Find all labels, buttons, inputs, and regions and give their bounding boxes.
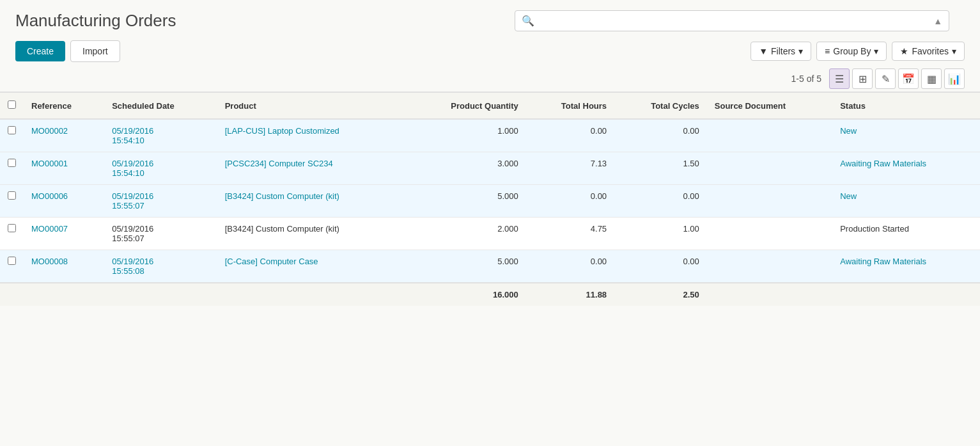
group-by-label: Group By bbox=[833, 46, 871, 56]
cell-status: Awaiting Raw Materials bbox=[832, 152, 980, 185]
table-container: Reference Scheduled Date Product Product… bbox=[0, 92, 980, 306]
cell-total-cycles: 0.00 bbox=[614, 119, 707, 152]
cell-product: [B3424] Custom Computer (kit) bbox=[217, 218, 406, 250]
row-checkbox-cell[interactable] bbox=[0, 250, 24, 283]
table-header-row: Reference Scheduled Date Product Product… bbox=[0, 93, 980, 119]
groupby-dropdown-icon: ▾ bbox=[874, 46, 878, 56]
row-checkbox-cell[interactable] bbox=[0, 119, 24, 152]
cell-product-quantity: 5.000 bbox=[406, 250, 526, 283]
cell-product-quantity: 1.000 bbox=[406, 119, 526, 152]
favorites-dropdown-icon: ▾ bbox=[952, 46, 956, 56]
cell-total-hours: 4.75 bbox=[526, 218, 614, 250]
groupby-icon: ≡ bbox=[825, 46, 830, 56]
cell-scheduled-date: 05/19/2016 15:55:08 bbox=[104, 250, 217, 283]
cell-product-quantity: 5.000 bbox=[406, 185, 526, 218]
search-dropdown-icon[interactable]: ▲ bbox=[933, 16, 942, 26]
row-checkbox-cell[interactable] bbox=[0, 185, 24, 218]
table-row: MO0000605/19/2016 15:55:07[B3424] Custom… bbox=[0, 185, 980, 218]
cell-product-quantity: 2.000 bbox=[406, 218, 526, 250]
row-checkbox[interactable] bbox=[8, 126, 16, 134]
pagination-info: 1-5 of 5 bbox=[791, 74, 821, 84]
filters-dropdown-icon: ▾ bbox=[798, 46, 803, 56]
cell-product: [PCSC234] Computer SC234 bbox=[217, 152, 406, 185]
page-title: Manufacturing Orders bbox=[15, 11, 176, 31]
star-icon: ★ bbox=[900, 46, 908, 56]
favorites-button[interactable]: ★ Favorites ▾ bbox=[892, 42, 965, 61]
total-hours: 11.88 bbox=[526, 283, 614, 306]
cell-reference[interactable]: MO00001 bbox=[24, 152, 104, 185]
cell-product: [C-Case] Computer Case bbox=[217, 250, 406, 283]
totals-status bbox=[832, 283, 980, 306]
cell-total-cycles: 0.00 bbox=[614, 250, 707, 283]
col-total-cycles[interactable]: Total Cycles bbox=[614, 93, 707, 119]
cell-reference[interactable]: MO00007 bbox=[24, 218, 104, 250]
totals-label bbox=[0, 283, 406, 306]
cell-status: Production Started bbox=[832, 218, 980, 250]
graph-view-button[interactable]: 📊 bbox=[944, 68, 965, 89]
cell-source-document bbox=[707, 218, 832, 250]
pivot-view-button[interactable]: ▦ bbox=[921, 68, 942, 89]
cell-scheduled-date: 05/19/2016 15:54:10 bbox=[104, 152, 217, 185]
row-checkbox[interactable] bbox=[8, 191, 16, 200]
search-input[interactable] bbox=[538, 16, 933, 26]
col-source-document[interactable]: Source Document bbox=[707, 93, 832, 119]
cell-status: New bbox=[832, 185, 980, 218]
cell-total-cycles: 0.00 bbox=[614, 185, 707, 218]
cell-product: [LAP-CUS] Laptop Customized bbox=[217, 119, 406, 152]
row-checkbox-cell[interactable] bbox=[0, 152, 24, 185]
row-checkbox-cell[interactable] bbox=[0, 218, 24, 250]
col-product[interactable]: Product bbox=[217, 93, 406, 119]
create-button[interactable]: Create bbox=[15, 41, 65, 61]
import-button[interactable]: Import bbox=[70, 40, 120, 62]
cell-scheduled-date: 05/19/2016 15:54:10 bbox=[104, 119, 217, 152]
col-total-hours[interactable]: Total Hours bbox=[526, 93, 614, 119]
form-view-button[interactable]: ✎ bbox=[875, 68, 896, 89]
cell-source-document bbox=[707, 152, 832, 185]
group-by-button[interactable]: ≡ Group By ▾ bbox=[816, 42, 887, 61]
row-checkbox[interactable] bbox=[8, 159, 16, 167]
toolbar: Create Import ▼ Filters ▾ ≡ Group By ▾ ★… bbox=[0, 36, 980, 66]
cell-source-document bbox=[707, 185, 832, 218]
select-all-checkbox[interactable] bbox=[8, 100, 16, 109]
cell-scheduled-date: 05/19/2016 15:55:07 bbox=[104, 218, 217, 250]
favorites-label: Favorites bbox=[912, 46, 949, 56]
totals-source-doc bbox=[707, 283, 832, 306]
view-controls: 1-5 of 5 ☰ ⊞ ✎ 📅 ▦ 📊 bbox=[0, 66, 980, 92]
table-row: MO0000105/19/2016 15:54:10[PCSC234] Comp… bbox=[0, 152, 980, 185]
col-status[interactable]: Status bbox=[832, 93, 980, 119]
cell-status: New bbox=[832, 119, 980, 152]
filters-label: Filters bbox=[771, 46, 795, 56]
cell-total-hours: 0.00 bbox=[526, 119, 614, 152]
total-cycles: 2.50 bbox=[614, 283, 707, 306]
cell-total-cycles: 1.00 bbox=[614, 218, 707, 250]
kanban-view-button[interactable]: ⊞ bbox=[852, 68, 873, 89]
cell-source-document bbox=[707, 119, 832, 152]
list-view-button[interactable]: ☰ bbox=[829, 68, 850, 89]
cell-status: Awaiting Raw Materials bbox=[832, 250, 980, 283]
row-checkbox[interactable] bbox=[8, 257, 16, 265]
total-product-quantity: 16.000 bbox=[406, 283, 526, 306]
cell-reference[interactable]: MO00006 bbox=[24, 185, 104, 218]
search-bar: 🔍 ▲ bbox=[515, 10, 949, 31]
cell-reference[interactable]: MO00008 bbox=[24, 250, 104, 283]
cell-scheduled-date: 05/19/2016 15:55:07 bbox=[104, 185, 217, 218]
totals-row: 16.000 11.88 2.50 bbox=[0, 283, 980, 306]
table-row: MO0000705/19/2016 15:55:07[B3424] Custom… bbox=[0, 218, 980, 250]
search-icon: 🔍 bbox=[522, 15, 534, 27]
cell-total-hours: 7.13 bbox=[526, 152, 614, 185]
col-scheduled-date[interactable]: Scheduled Date bbox=[104, 93, 217, 119]
manufacturing-orders-table: Reference Scheduled Date Product Product… bbox=[0, 93, 980, 306]
cell-product: [B3424] Custom Computer (kit) bbox=[217, 185, 406, 218]
calendar-view-button[interactable]: 📅 bbox=[898, 68, 919, 89]
row-checkbox[interactable] bbox=[8, 224, 16, 232]
filters-button[interactable]: ▼ Filters ▾ bbox=[751, 42, 811, 61]
col-reference[interactable]: Reference bbox=[24, 93, 104, 119]
select-all-checkbox-header[interactable] bbox=[0, 93, 24, 119]
cell-product-quantity: 3.000 bbox=[406, 152, 526, 185]
cell-total-hours: 0.00 bbox=[526, 250, 614, 283]
funnel-icon: ▼ bbox=[759, 46, 768, 56]
cell-reference[interactable]: MO00002 bbox=[24, 119, 104, 152]
cell-total-cycles: 1.50 bbox=[614, 152, 707, 185]
col-product-quantity[interactable]: Product Quantity bbox=[406, 93, 526, 119]
cell-total-hours: 0.00 bbox=[526, 185, 614, 218]
